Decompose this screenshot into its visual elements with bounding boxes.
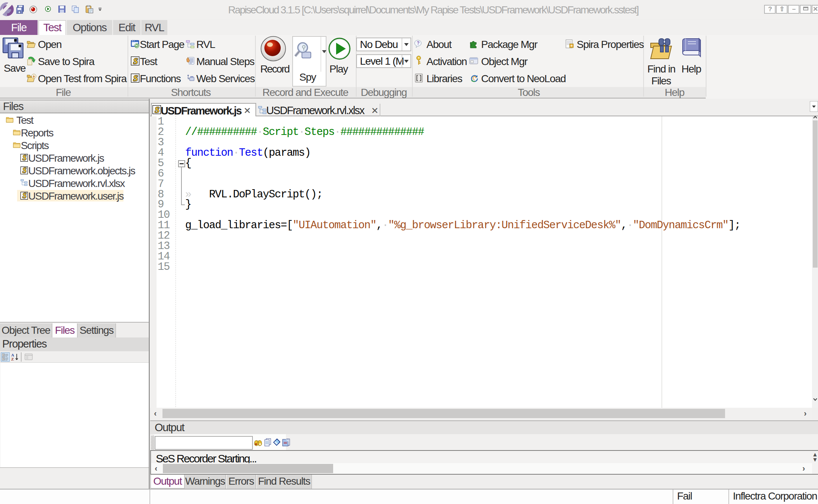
svg-text:Z: Z: [11, 357, 14, 361]
svg-text:S: S: [155, 105, 159, 114]
svg-text:S: S: [22, 154, 26, 162]
svg-text:S: S: [22, 167, 26, 174]
svg-text:S: S: [133, 56, 138, 65]
svg-text:?: ?: [417, 41, 419, 46]
svg-text:S: S: [22, 192, 26, 200]
svg-text:S: S: [133, 74, 138, 83]
